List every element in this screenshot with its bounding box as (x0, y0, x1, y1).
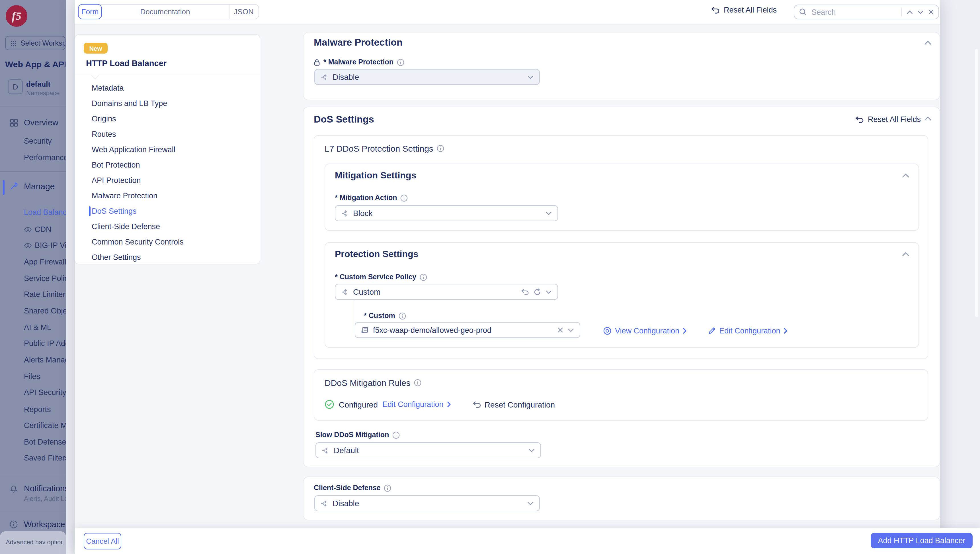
search-prev-icon[interactable] (907, 10, 913, 14)
product-title: Web App & API Protection (5, 59, 65, 69)
eye-icon (24, 243, 32, 249)
sidebar-item-saved-filters[interactable]: Saved Filters (24, 454, 66, 462)
client-side-defense-section: Client-Side Defense Disable (303, 476, 940, 520)
form-nav-metadata[interactable]: Metadata (75, 80, 260, 96)
custom-policy-ref-select[interactable]: f5xc-waap-demo/allowed-geo-prod (355, 322, 580, 338)
namespace-name[interactable]: default (26, 80, 65, 88)
page-scrollbar[interactable] (975, 49, 978, 317)
nav-notch (91, 71, 99, 79)
sidebar-item-certificate-management[interactable]: Certificate Management (24, 421, 66, 430)
sidebar-item-load-balancers[interactable]: Load Balancers (24, 208, 66, 217)
clear-icon[interactable] (557, 327, 563, 333)
rules-edit-configuration-link[interactable]: Edit Configuration (382, 400, 451, 409)
collapse-icon[interactable] (902, 173, 909, 178)
grid-dots-icon (10, 39, 16, 47)
search-box[interactable]: Search (794, 5, 939, 19)
custom-service-policy-select[interactable]: Custom (335, 284, 558, 300)
form-nav-other-settings[interactable]: Other Settings (75, 250, 260, 265)
form-nav-origins[interactable]: Origins (75, 111, 260, 126)
form-nav-api-protection[interactable]: API Protection (75, 173, 260, 188)
add-http-load-balancer-button[interactable]: Add HTTP Load Balancer (871, 533, 973, 548)
info-icon[interactable] (437, 145, 444, 152)
info-icon[interactable] (401, 194, 408, 201)
advanced-nav-banner[interactable]: Advanced nav options (0, 531, 66, 554)
sidebar-item-service-policies[interactable]: Service Policies (24, 274, 66, 283)
sidebar-item-bot-defense[interactable]: Bot Defense (24, 438, 66, 446)
sidebar-item-api-security[interactable]: API Security (24, 388, 66, 397)
chevron-down-icon (528, 448, 535, 452)
cancel-all-button[interactable]: Cancel All (84, 533, 121, 549)
branch-icon (321, 500, 328, 507)
sidebar-item-bigip[interactable]: BIG-IP Virtual Servers (35, 241, 66, 250)
info-icon[interactable] (399, 312, 406, 319)
tab-json[interactable]: JSON (229, 5, 258, 19)
form-nav-dos-settings[interactable]: DoS Settings (75, 203, 260, 219)
info-icon[interactable] (384, 484, 391, 492)
sidebar-item-notifications[interactable]: Notifications (24, 484, 66, 493)
nested-connector (355, 300, 355, 325)
sidebar-item-alerts-management[interactable]: Alerts Management (24, 356, 66, 364)
sidebar-item-public-ip[interactable]: Public IP Addresses (24, 339, 66, 348)
form-nav-common-security[interactable]: Common Security Controls (75, 234, 260, 250)
branch-icon (322, 447, 329, 454)
manage-active-bar (3, 180, 4, 195)
reset-configuration-button[interactable]: Reset Configuration (473, 400, 555, 409)
select-workspace-button[interactable]: Select Workspace (5, 36, 65, 50)
sidebar-item-security[interactable]: Security (24, 137, 66, 145)
sidebar-item-reports[interactable]: Reports (24, 405, 66, 414)
malware-protection-select[interactable]: Disable (314, 69, 540, 85)
field-label: Slow DDoS Mitigation (315, 431, 389, 439)
overview-icon (10, 118, 18, 127)
slow-ddos-mitigation-select[interactable]: Default (315, 442, 541, 458)
l7-ddos-protection-card: L7 DDoS Protection Settings Mitigation S… (314, 135, 928, 359)
sidebar-item-performance[interactable]: Performance (24, 153, 66, 162)
bell-icon (10, 484, 18, 493)
sidebar-item-files[interactable]: Files (24, 372, 66, 381)
collapse-icon[interactable] (902, 252, 909, 257)
search-close-icon[interactable] (928, 9, 934, 15)
refresh-icon[interactable] (534, 288, 541, 295)
chevron-right-icon (447, 401, 451, 407)
chevron-down-icon (527, 75, 534, 79)
info-icon[interactable] (392, 431, 400, 439)
chevron-down-icon (546, 290, 552, 294)
chevron-right-icon (784, 327, 788, 334)
mitigation-action-select[interactable]: Block (335, 205, 558, 221)
dos-reset-all-fields-button[interactable]: Reset All Fields (855, 115, 921, 124)
tab-documentation[interactable]: Documentation (101, 5, 229, 19)
form-nav-domains[interactable]: Domains and LB Type (75, 96, 260, 111)
form-nav-routes[interactable]: Routes (75, 126, 260, 142)
chevron-down-icon (527, 501, 534, 505)
sidebar-item-ai-ml[interactable]: AI & ML (24, 323, 66, 332)
sidebar-item-app-firewall[interactable]: App Firewall (24, 258, 66, 266)
sidebar-item-overview[interactable]: Overview (24, 118, 66, 127)
view-icon (603, 326, 612, 335)
form-nav-bot-protection[interactable]: Bot Protection (75, 157, 260, 173)
collapse-icon[interactable] (924, 40, 932, 45)
client-side-defense-select[interactable]: Disable (314, 495, 540, 511)
namespace-avatar[interactable]: D (8, 79, 23, 94)
sidebar-item-manage[interactable]: Manage (24, 181, 66, 191)
field-reset-icon[interactable] (521, 288, 529, 295)
tab-form[interactable]: Form (78, 4, 102, 19)
namespace-initial: D (13, 82, 18, 91)
edit-configuration-link[interactable]: Edit Configuration (708, 326, 788, 335)
sidebar-item-rate-limiter[interactable]: Rate Limiter (24, 290, 66, 299)
form-nav-malware-protection[interactable]: Malware Protection (75, 188, 260, 203)
collapse-icon[interactable] (924, 116, 932, 121)
sidebar-item-shared-objects[interactable]: Shared Objects (24, 307, 66, 315)
form-nav-client-side-defense[interactable]: Client-Side Defense (75, 219, 260, 234)
form-nav-waf[interactable]: Web Application Firewall (75, 142, 260, 157)
view-configuration-link[interactable]: View Configuration (603, 326, 687, 335)
form-title: HTTP Load Balancer (86, 59, 167, 68)
info-icon[interactable] (414, 379, 422, 386)
reset-all-fields-button[interactable]: Reset All Fields (711, 6, 777, 14)
f5-logo[interactable]: f5 (6, 5, 27, 27)
search-next-icon[interactable] (917, 10, 924, 14)
f5-logo-text: f5 (12, 10, 21, 22)
info-icon[interactable] (397, 58, 404, 66)
sidebar-item-workspace[interactable]: Workspace (24, 520, 66, 529)
branch-icon (341, 209, 348, 217)
info-icon[interactable] (420, 273, 427, 281)
sidebar-item-cdn[interactable]: CDN (35, 225, 66, 234)
